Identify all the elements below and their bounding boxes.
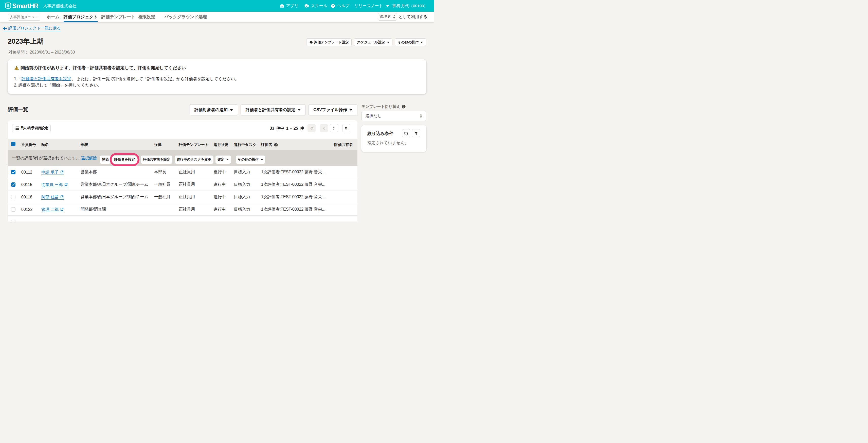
svg-text:?: ?: [332, 4, 334, 7]
svg-text:S: S: [7, 3, 9, 8]
svg-text:?: ?: [275, 143, 277, 146]
svg-text:?: ?: [403, 105, 405, 108]
